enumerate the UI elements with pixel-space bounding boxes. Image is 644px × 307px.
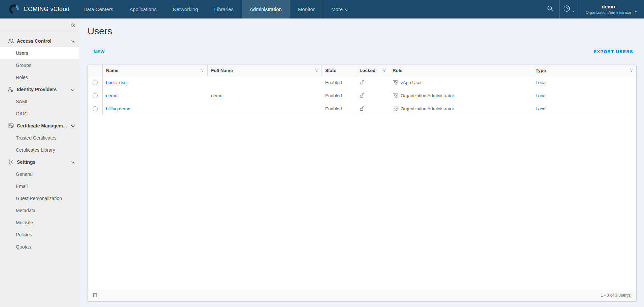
users-datagrid: Name Full Name State Locked bbox=[88, 65, 637, 302]
caret-down-icon bbox=[635, 8, 638, 14]
role-cell: Organization Administrator bbox=[389, 89, 532, 102]
main-content: Users NEW EXPORT USERS Name Full Name bbox=[79, 18, 644, 307]
sidebar-item-trusted-certificates[interactable]: Trusted Certificates bbox=[0, 132, 79, 144]
nav-tab-networking[interactable]: Networking bbox=[165, 0, 206, 18]
sidebar-item-groups[interactable]: Groups bbox=[0, 59, 79, 71]
nav-tab-data-centers[interactable]: Data Centers bbox=[75, 0, 121, 18]
sidebar-item-roles[interactable]: Roles bbox=[0, 71, 79, 83]
filter-funnel-icon[interactable] bbox=[630, 69, 634, 72]
chevron-down-icon bbox=[71, 123, 75, 128]
collapse-double-chevron-icon[interactable] bbox=[70, 23, 75, 28]
logo-ring-icon bbox=[9, 4, 19, 14]
user-name-link[interactable]: billing.demo bbox=[103, 102, 208, 115]
sidebar: Access Control Users Groups Roles Identi… bbox=[0, 18, 79, 307]
identity-provider-icon bbox=[7, 87, 14, 92]
nav-tab-applications[interactable]: Applications bbox=[121, 0, 165, 18]
user-menu[interactable]: demo Organization Administrator bbox=[578, 0, 644, 18]
column-header-type[interactable]: Type bbox=[532, 65, 636, 76]
sidebar-group-settings[interactable]: Settings bbox=[0, 156, 79, 168]
user-name: demo bbox=[585, 4, 631, 10]
unlock-icon bbox=[360, 80, 365, 85]
row-select-radio[interactable] bbox=[93, 106, 98, 111]
sidebar-item-general[interactable]: General bbox=[0, 168, 79, 180]
type-cell: Local bbox=[532, 102, 636, 115]
state-cell: Enabled bbox=[322, 76, 356, 89]
search-button[interactable] bbox=[541, 0, 559, 18]
actions-row: NEW EXPORT USERS bbox=[88, 47, 637, 56]
sidebar-item-users[interactable]: Users bbox=[0, 47, 79, 59]
column-header-locked[interactable]: Locked bbox=[356, 65, 389, 76]
app-header: COMING vCloud Data Centers Applications … bbox=[0, 0, 644, 18]
chevron-down-icon bbox=[71, 38, 75, 44]
sidebar-item-saml[interactable]: SAML bbox=[0, 95, 79, 108]
brand-title: COMING vCloud bbox=[24, 6, 69, 13]
nav-tab-administration[interactable]: Administration bbox=[242, 0, 290, 18]
table-row: demo demo Enabled bbox=[88, 89, 636, 102]
role-cell: Organization Administrator bbox=[389, 102, 532, 115]
select-column-header bbox=[88, 65, 103, 76]
user-name-link[interactable]: demo bbox=[103, 89, 208, 102]
export-users-button[interactable]: EXPORT USERS bbox=[594, 49, 633, 54]
sidebar-item-policies[interactable]: Policies bbox=[0, 229, 79, 241]
gear-icon bbox=[7, 159, 14, 165]
filter-funnel-icon[interactable] bbox=[315, 69, 319, 72]
locked-cell bbox=[356, 102, 389, 115]
top-nav: Data Centers Applications Networking Lib… bbox=[75, 0, 357, 18]
svg-text:?: ? bbox=[566, 7, 568, 11]
column-chooser-icon[interactable] bbox=[93, 293, 98, 298]
caret-down-icon bbox=[345, 7, 348, 12]
nav-more-menu[interactable]: More bbox=[323, 0, 357, 18]
column-header-name[interactable]: Name bbox=[103, 65, 208, 76]
sidebar-item-multisite[interactable]: Multisite bbox=[0, 217, 79, 229]
row-select-radio[interactable] bbox=[93, 93, 98, 98]
pagination-summary: 1 - 3 of 3 user(s) bbox=[601, 293, 632, 298]
datagrid-footer: 1 - 3 of 3 user(s) bbox=[88, 289, 636, 301]
full-name-cell bbox=[208, 102, 322, 115]
certificate-icon bbox=[7, 123, 14, 128]
caret-down-icon bbox=[572, 8, 575, 14]
sidebar-group-identity-providers[interactable]: Identity Providers bbox=[0, 83, 79, 95]
sidebar-item-metadata[interactable]: Metadata bbox=[0, 204, 79, 217]
role-badge-icon bbox=[393, 93, 398, 98]
column-header-state[interactable]: State bbox=[322, 65, 356, 76]
user-name-link[interactable]: basic_user bbox=[103, 76, 208, 89]
sidebar-item-certificates-library[interactable]: Certificates Library bbox=[0, 144, 79, 156]
table-row: billing.demo Enabled bbox=[88, 102, 636, 115]
role-cell: vApp User bbox=[389, 76, 532, 89]
brand: COMING vCloud bbox=[0, 0, 75, 18]
user-role: Organization Administrator bbox=[585, 10, 631, 15]
full-name-cell bbox=[208, 76, 322, 89]
filter-funnel-icon[interactable] bbox=[201, 69, 205, 72]
help-icon: ? bbox=[563, 5, 571, 14]
search-icon bbox=[546, 5, 554, 14]
header-actions: ? demo Organization Administrator bbox=[541, 0, 644, 18]
datagrid-empty-area bbox=[88, 115, 636, 289]
nav-tab-libraries[interactable]: Libraries bbox=[206, 0, 242, 18]
state-cell: Enabled bbox=[322, 102, 356, 115]
sidebar-item-email[interactable]: Email bbox=[0, 180, 79, 192]
column-header-role[interactable]: Role bbox=[389, 65, 532, 76]
role-badge-icon bbox=[393, 106, 398, 111]
filter-funnel-icon[interactable] bbox=[382, 69, 386, 72]
datagrid-header-row: Name Full Name State Locked bbox=[88, 65, 636, 76]
chevron-down-icon bbox=[71, 159, 75, 165]
sidebar-group-certificate-management[interactable]: Certificate Managem... bbox=[0, 120, 79, 132]
help-menu-button[interactable]: ? bbox=[560, 0, 578, 18]
row-select-radio[interactable] bbox=[93, 80, 98, 85]
type-cell: Local bbox=[532, 89, 636, 102]
sidebar-group-access-control[interactable]: Access Control bbox=[0, 35, 79, 47]
unlock-icon bbox=[360, 93, 365, 98]
chevron-down-icon bbox=[71, 87, 75, 92]
table-row: basic_user Enabled bbox=[88, 76, 636, 89]
nav-tab-monitor[interactable]: Monitor bbox=[290, 0, 323, 18]
new-user-button[interactable]: NEW bbox=[94, 49, 105, 54]
column-header-full-name[interactable]: Full Name bbox=[208, 65, 322, 76]
full-name-cell: demo bbox=[208, 89, 322, 102]
locked-cell bbox=[356, 89, 389, 102]
sidebar-item-quotas[interactable]: Quotas bbox=[0, 241, 79, 253]
sidebar-item-oidc[interactable]: OIDC bbox=[0, 108, 79, 120]
page-body: Access Control Users Groups Roles Identi… bbox=[0, 18, 644, 307]
users-group-icon bbox=[7, 38, 14, 44]
sidebar-item-guest-personalization[interactable]: Guest Personalization bbox=[0, 192, 79, 204]
type-cell: Local bbox=[532, 76, 636, 89]
